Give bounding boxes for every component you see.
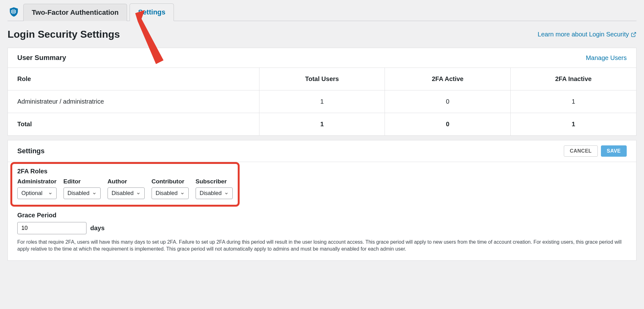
col-inactive: 2FA Inactive bbox=[510, 68, 636, 90]
user-summary-heading: User Summary bbox=[17, 54, 66, 62]
cancel-button[interactable]: CANCEL bbox=[564, 145, 598, 157]
grace-period-input[interactable] bbox=[17, 222, 86, 234]
cell-role: Administrateur / administratrice bbox=[8, 90, 259, 113]
user-summary-table: Role Total Users 2FA Active 2FA Inactive… bbox=[8, 68, 636, 135]
chevron-down-icon bbox=[48, 191, 53, 196]
select-value: Disabled bbox=[200, 190, 222, 197]
highlight-annotation: 2FA Roles Administrator Optional Editor … bbox=[10, 162, 240, 207]
table-row-total: Total 1 0 1 bbox=[8, 113, 636, 136]
page-title: Login Security Settings bbox=[8, 29, 120, 40]
tab-settings[interactable]: Settings bbox=[130, 3, 174, 21]
tab-label: Settings bbox=[138, 8, 165, 16]
manage-users-link[interactable]: Manage Users bbox=[586, 54, 627, 62]
user-summary-panel: User Summary Manage Users Role Total Use… bbox=[8, 48, 636, 136]
select-value: Disabled bbox=[112, 190, 134, 197]
cell-inactive: 1 bbox=[510, 90, 636, 113]
save-button[interactable]: SAVE bbox=[601, 145, 627, 157]
role-label-administrator: Administrator bbox=[17, 178, 57, 185]
chevron-down-icon bbox=[136, 191, 141, 196]
role-select-author[interactable]: Disabled bbox=[108, 187, 145, 199]
tab-bar: Two-Factor Authentication Settings bbox=[8, 0, 636, 21]
role-select-editor[interactable]: Disabled bbox=[64, 187, 101, 199]
settings-header: Settings CANCEL SAVE bbox=[8, 140, 636, 162]
external-link-icon bbox=[631, 32, 636, 37]
tfa-roles-heading: 2FA Roles bbox=[17, 168, 233, 175]
cell-total: 1 bbox=[259, 90, 385, 113]
cell-total-label: Total bbox=[8, 113, 259, 136]
role-label-editor: Editor bbox=[64, 178, 101, 185]
svg-line-4 bbox=[633, 32, 636, 35]
role-select-administrator[interactable]: Optional bbox=[17, 187, 57, 199]
select-value: Optional bbox=[21, 190, 42, 197]
settings-body: 2FA Roles Administrator Optional Editor … bbox=[8, 162, 636, 261]
role-label-contributor: Contributor bbox=[152, 178, 189, 185]
grace-period-helptext: For roles that require 2FA, users will h… bbox=[17, 239, 627, 253]
grace-period-heading: Grace Period bbox=[17, 212, 627, 219]
col-role: Role bbox=[8, 68, 259, 90]
role-label-author: Author bbox=[108, 178, 145, 185]
chevron-down-icon bbox=[180, 191, 185, 196]
chevron-down-icon bbox=[92, 191, 97, 196]
cell-active: 0 bbox=[385, 90, 511, 113]
tab-two-factor-auth[interactable]: Two-Factor Authentication bbox=[23, 4, 127, 21]
cell-active-sum: 0 bbox=[385, 113, 511, 136]
wordfence-logo-icon bbox=[8, 6, 20, 18]
cell-total-sum: 1 bbox=[259, 113, 385, 136]
tab-label: Two-Factor Authentication bbox=[32, 8, 119, 16]
learn-more-link[interactable]: Learn more about Login Security bbox=[538, 31, 636, 38]
select-value: Disabled bbox=[156, 190, 178, 197]
role-label-subscriber: Subscriber bbox=[196, 178, 233, 185]
select-value: Disabled bbox=[68, 190, 90, 197]
table-row: Administrateur / administratrice 1 0 1 bbox=[8, 90, 636, 113]
learn-more-text: Learn more about Login Security bbox=[538, 31, 629, 38]
role-select-subscriber[interactable]: Disabled bbox=[196, 187, 233, 199]
chevron-down-icon bbox=[224, 191, 229, 196]
role-select-contributor[interactable]: Disabled bbox=[152, 187, 189, 199]
col-total: Total Users bbox=[259, 68, 385, 90]
grace-period-unit: days bbox=[90, 225, 105, 232]
settings-heading: Settings bbox=[17, 147, 45, 155]
col-active: 2FA Active bbox=[385, 68, 511, 90]
cell-inactive-sum: 1 bbox=[510, 113, 636, 136]
